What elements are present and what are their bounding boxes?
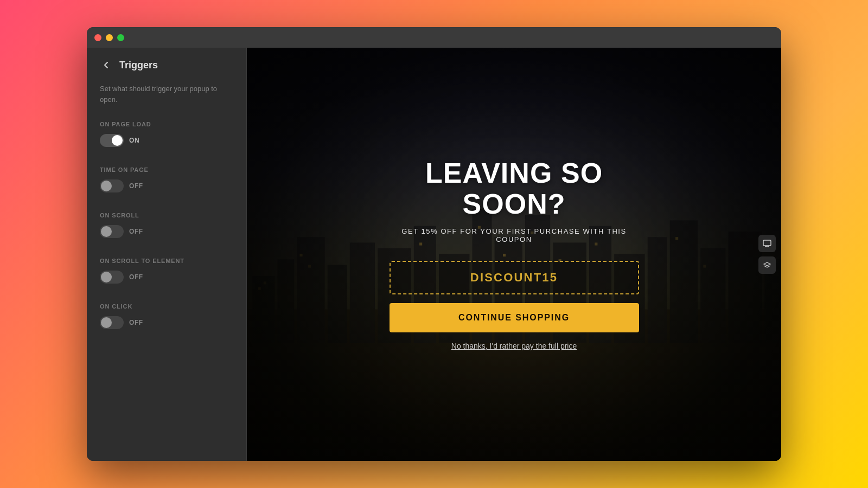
toggle-knob-on-scroll-to-element bbox=[101, 272, 112, 282]
trigger-on-scroll-to-element: ON SCROLL TO ELEMENT OFF bbox=[100, 258, 233, 284]
close-dot[interactable] bbox=[94, 34, 101, 41]
sidebar-title: Triggers bbox=[119, 60, 158, 71]
popup-subtitle: GET 15% OFF FOR YOUR FIRST PURCHASE WITH… bbox=[390, 227, 639, 243]
trigger-label-on-page-load: ON PAGE LOAD bbox=[100, 121, 233, 127]
trigger-on-scroll: ON SCROLL OFF bbox=[100, 212, 233, 238]
toggle-row-time-on-page: OFF bbox=[100, 179, 233, 192]
popup-inner: LEAVING SO SOON? GET 15% OFF FOR YOUR FI… bbox=[379, 158, 650, 351]
toggle-state-on-click: OFF bbox=[129, 319, 143, 326]
trigger-label-on-scroll-to-element: ON SCROLL TO ELEMENT bbox=[100, 258, 233, 264]
toggle-knob-on-page-load bbox=[112, 135, 123, 146]
coupon-code: DISCOUNT15 bbox=[470, 271, 558, 284]
trigger-label-on-scroll: ON SCROLL bbox=[100, 212, 233, 219]
minimize-dot[interactable] bbox=[106, 34, 113, 41]
sidebar-description: Set what should trigger your popup to op… bbox=[100, 84, 233, 105]
toggle-knob-on-click bbox=[101, 317, 112, 328]
trigger-on-click: ON CLICK OFF bbox=[100, 303, 233, 329]
toggle-time-on-page[interactable] bbox=[100, 179, 124, 192]
trigger-on-page-load: ON PAGE LOAD ON bbox=[100, 121, 233, 147]
trigger-time-on-page: TIME ON PAGE OFF bbox=[100, 166, 233, 192]
sidebar-header: Triggers bbox=[100, 59, 233, 72]
toggle-on-scroll-to-element[interactable] bbox=[100, 271, 124, 284]
preview-area: LEAVING SO SOON? GET 15% OFF FOR YOUR FI… bbox=[247, 48, 781, 461]
main-content: Triggers Set what should trigger your po… bbox=[87, 48, 781, 461]
toggle-on-scroll[interactable] bbox=[100, 225, 124, 238]
popup-container: LEAVING SO SOON? GET 15% OFF FOR YOUR FI… bbox=[247, 48, 781, 461]
continue-shopping-button[interactable]: CONTINUE SHOPPING bbox=[390, 303, 639, 332]
toggle-state-on-scroll: OFF bbox=[129, 228, 143, 235]
toggle-row-on-scroll: OFF bbox=[100, 225, 233, 238]
popup-main-title: LEAVING SO SOON? bbox=[390, 158, 639, 220]
fullscreen-dot[interactable] bbox=[117, 34, 124, 41]
toggle-row-on-page-load: ON bbox=[100, 134, 233, 147]
toggle-on-click[interactable] bbox=[100, 316, 124, 329]
toggle-row-on-click: OFF bbox=[100, 316, 233, 329]
titlebar bbox=[87, 27, 781, 48]
no-thanks-link[interactable]: No thanks, I'd rather pay the full price bbox=[451, 342, 577, 350]
toggle-knob-on-scroll bbox=[101, 226, 112, 237]
trigger-label-time-on-page: TIME ON PAGE bbox=[100, 166, 233, 173]
coupon-box[interactable]: DISCOUNT15 bbox=[390, 261, 639, 294]
toggle-knob-time-on-page bbox=[101, 181, 112, 191]
back-button[interactable] bbox=[100, 59, 113, 72]
toggle-state-on-scroll-to-element: OFF bbox=[129, 273, 143, 281]
toggle-state-time-on-page: OFF bbox=[129, 182, 143, 190]
toggle-on-page-load[interactable] bbox=[100, 134, 124, 147]
sidebar: Triggers Set what should trigger your po… bbox=[87, 48, 247, 461]
toggle-row-on-scroll-to-element: OFF bbox=[100, 271, 233, 284]
trigger-label-on-click: ON CLICK bbox=[100, 303, 233, 310]
toggle-state-on-page-load: ON bbox=[129, 137, 139, 144]
browser-window: Triggers Set what should trigger your po… bbox=[87, 27, 781, 461]
